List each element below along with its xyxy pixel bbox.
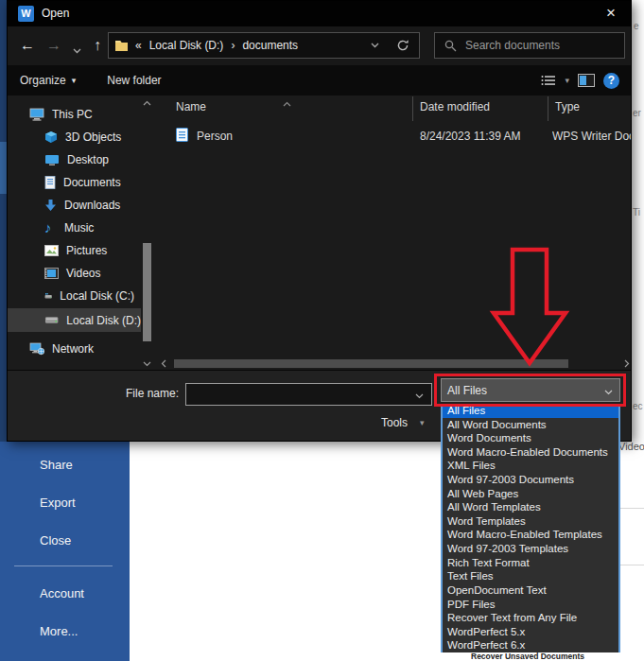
file-type-option[interactable]: All Web Pages — [443, 487, 618, 501]
scroll-down-icon[interactable] — [141, 357, 153, 370]
file-name-dropdown-icon[interactable] — [415, 386, 424, 403]
wps-document-icon — [176, 128, 188, 146]
address-bar[interactable]: « Local Disk (D:) › documents — [108, 32, 420, 59]
file-type-option[interactable]: Word 97-2003 Documents — [443, 473, 618, 487]
help-icon[interactable]: ? — [603, 73, 619, 89]
file-type-combo[interactable]: All Files — [441, 378, 620, 402]
scroll-right-icon[interactable] — [620, 357, 632, 370]
sort-ascending-icon — [283, 94, 291, 111]
file-type-value: All Files — [442, 384, 487, 397]
file-type-option[interactable]: XML Files — [443, 459, 618, 473]
list-view-icon[interactable] — [541, 75, 556, 86]
file-type-option[interactable]: All Word Templates — [443, 500, 618, 514]
open-dialog: W Open × ← → ↑ « Local Disk (D:) › docum… — [7, 0, 632, 442]
file-date-cell: 8/24/2023 11:39 AM — [420, 130, 521, 143]
bg-text-fragment: Ti — [633, 207, 640, 217]
monitor-icon — [29, 108, 44, 121]
address-dropdown-icon[interactable] — [371, 43, 379, 48]
sidebar-item-music[interactable]: ♪ Music — [8, 217, 134, 239]
file-type-option[interactable]: WordPerfect 5.x — [443, 625, 618, 639]
tools-caret-icon: ▾ — [420, 418, 425, 427]
dialog-title: Open — [42, 7, 69, 20]
scroll-up-icon[interactable] — [141, 96, 153, 109]
view-caret-icon[interactable]: ▾ — [565, 76, 569, 85]
file-name-label: File name: — [64, 387, 179, 400]
backstage-item-account[interactable]: Account — [40, 586, 84, 600]
breadcrumb-current[interactable]: documents — [242, 39, 298, 52]
drive-icon — [44, 316, 59, 324]
search-placeholder: Search documents — [465, 39, 560, 52]
back-button[interactable]: ← — [17, 35, 38, 56]
file-type-option[interactable]: Text Files — [443, 569, 618, 583]
file-type-option[interactable]: Word Macro-Enabled Templates — [443, 528, 618, 542]
backstage-right-strip — [632, 8, 644, 442]
close-button[interactable]: × — [591, 1, 631, 26]
backstage-item-close[interactable]: Close — [40, 533, 71, 548]
backstage-item-export[interactable]: Export — [40, 496, 76, 510]
backstage-menu: Share Export Close Account More... — [0, 442, 130, 661]
network-icon — [29, 342, 44, 356]
refresh-icon[interactable] — [396, 39, 409, 52]
file-type-option[interactable]: Rich Text Format — [443, 556, 618, 570]
up-button[interactable]: ↑ — [87, 35, 108, 56]
file-type-option[interactable]: Word Templates — [443, 514, 618, 529]
tools-label: Tools — [381, 416, 408, 429]
screen: e er Ti ec Share Export Close Account Mo… — [0, 0, 644, 661]
cube-icon — [44, 130, 58, 144]
new-folder-button[interactable]: New folder — [107, 74, 161, 87]
breadcrumb-root[interactable]: Local Disk (D:) — [149, 39, 224, 52]
file-type-option[interactable]: All Files — [443, 404, 618, 418]
word-app-icon: W — [18, 6, 34, 22]
search-icon — [444, 40, 457, 52]
bg-recover-unsaved-fragment: Recover Unsaved Documents — [471, 652, 644, 661]
sidebar-item-3d-objects[interactable]: 3D Objects — [8, 126, 134, 148]
file-name-input[interactable] — [185, 383, 432, 406]
preview-pane-icon[interactable] — [578, 74, 595, 87]
file-type-option[interactable]: Word Macro-Enabled Documents — [443, 445, 618, 460]
title-bar[interactable]: W Open × — [8, 1, 631, 26]
breadcrumb-chevrons[interactable]: « — [135, 39, 142, 52]
horizontal-scrollbar-thumb[interactable] — [174, 359, 568, 368]
column-header-type[interactable]: Type — [555, 100, 580, 113]
vertical-scrollbar-thumb[interactable] — [143, 243, 151, 341]
column-header-date-modified[interactable]: Date modified — [420, 100, 490, 113]
toolbar: Organize ▾ New folder ▾ ? — [8, 65, 631, 96]
file-type-option[interactable]: PDF Files — [443, 598, 618, 612]
folder-icon — [114, 38, 129, 53]
sidebar-item-this-pc[interactable]: This PC — [8, 103, 134, 126]
search-input[interactable]: Search documents — [434, 32, 625, 59]
organize-button[interactable]: Organize — [20, 74, 66, 87]
picture-icon — [44, 245, 59, 256]
sidebar-item-local-disk-c[interactable]: Local Disk (C:) — [8, 285, 134, 307]
column-divider[interactable] — [412, 96, 413, 121]
sidebar-item-desktop[interactable]: Desktop — [8, 148, 134, 171]
file-name-cell[interactable]: Person — [197, 130, 233, 143]
backstage-left-strip — [0, 0, 7, 442]
bg-text-fragment: e — [634, 21, 639, 31]
sidebar-item-documents[interactable]: Documents — [8, 171, 134, 194]
file-type-option[interactable]: OpenDocument Text — [443, 583, 618, 598]
file-type-option[interactable]: Word 97-2003 Templates — [443, 542, 618, 556]
bg-text-fragment: ec — [633, 401, 643, 411]
scroll-left-icon[interactable] — [157, 357, 169, 370]
sidebar-item-downloads[interactable]: Downloads — [8, 194, 134, 217]
navigation-bar: ← → ↑ « Local Disk (D:) › documents — [8, 26, 631, 65]
sidebar-item-network[interactable]: Network — [8, 338, 134, 360]
sidebar-item-local-disk-d[interactable]: Local Disk (D:) — [8, 308, 141, 332]
file-type-option[interactable]: Word Documents — [443, 431, 618, 445]
column-divider[interactable] — [548, 96, 548, 121]
forward-button[interactable]: → — [44, 35, 64, 56]
sidebar-item-pictures[interactable]: Pictures — [8, 239, 134, 262]
document-icon — [44, 176, 56, 189]
backstage-item-share[interactable]: Share — [40, 458, 73, 472]
file-type-option[interactable]: WordPerfect 6.x — [443, 638, 618, 652]
file-type-cell: WPS Writer Docu — [552, 130, 632, 143]
organize-caret-icon: ▾ — [72, 76, 77, 85]
history-chevron-icon[interactable] — [66, 39, 87, 60]
tools-button[interactable]: Tools ▾ — [381, 416, 425, 429]
backstage-item-more[interactable]: More... — [40, 624, 78, 638]
sidebar-item-videos[interactable]: Videos — [8, 262, 134, 285]
file-type-option[interactable]: Recover Text from Any File — [443, 611, 618, 625]
column-header-name[interactable]: Name — [176, 100, 206, 113]
file-type-option[interactable]: All Word Documents — [443, 418, 618, 432]
